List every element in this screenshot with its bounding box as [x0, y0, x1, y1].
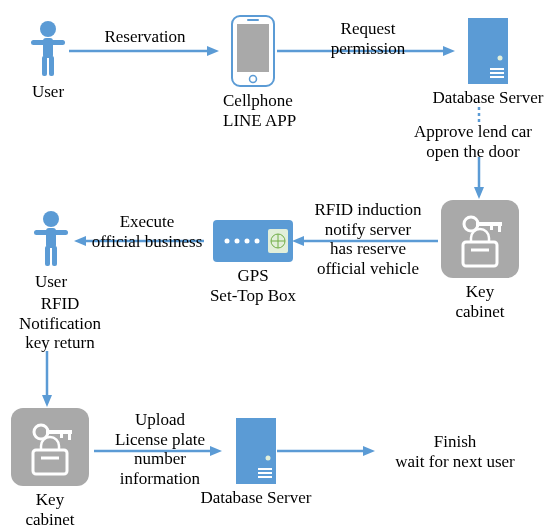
svg-rect-51 — [60, 430, 63, 438]
finish-label: Finish wait for next user — [375, 432, 535, 471]
arrow-rfid-return-label: RFID Notification key return — [5, 294, 115, 353]
svg-point-34 — [255, 239, 260, 244]
svg-rect-45 — [52, 246, 57, 266]
svg-rect-9 — [468, 18, 508, 84]
svg-rect-57 — [236, 418, 276, 484]
svg-marker-47 — [42, 395, 52, 407]
svg-rect-2 — [31, 40, 65, 45]
svg-rect-59 — [258, 468, 272, 470]
server-label-2: Database Server — [196, 488, 316, 508]
arrow-upload-label: Upload License plate number information — [105, 410, 215, 488]
user-icon-2: User — [25, 210, 77, 292]
user-icon-1: User — [22, 20, 74, 102]
svg-marker-63 — [363, 446, 375, 456]
svg-rect-43 — [34, 230, 68, 235]
svg-point-10 — [498, 56, 503, 61]
svg-rect-24 — [490, 222, 493, 230]
svg-marker-15 — [207, 46, 219, 56]
svg-rect-12 — [490, 72, 504, 74]
svg-marker-20 — [474, 187, 484, 199]
key-cabinet-label-2: Key cabinet — [10, 490, 90, 527]
arrow-execute-label: Execute official business — [82, 212, 212, 251]
svg-rect-25 — [498, 222, 501, 232]
svg-point-32 — [235, 239, 240, 244]
server-icon-1: Database Server — [458, 18, 518, 108]
key-cabinet-icon-2: Key cabinet — [10, 408, 90, 527]
arrow-rfid-return — [40, 351, 54, 407]
arrow-approve-label: Approve lend car open the door — [398, 122, 548, 161]
svg-point-31 — [225, 239, 230, 244]
svg-point-0 — [40, 21, 56, 37]
user-label-1: User — [22, 82, 74, 102]
server-label-1: Database Server — [428, 88, 548, 108]
svg-rect-6 — [237, 24, 269, 72]
cellphone-label: Cellphone LINE APP — [223, 91, 283, 130]
arrow-rfid-induction-label: RFID induction notify server has reserve… — [303, 200, 433, 278]
svg-rect-13 — [490, 76, 504, 78]
svg-rect-61 — [258, 476, 272, 478]
svg-point-41 — [43, 211, 59, 227]
gps-label: GPS Set-Top Box — [205, 266, 301, 305]
svg-rect-3 — [42, 56, 47, 76]
svg-rect-4 — [49, 56, 54, 76]
svg-rect-8 — [247, 19, 259, 21]
key-cabinet-icon-1: Key cabinet — [440, 200, 520, 321]
svg-rect-52 — [68, 430, 71, 440]
server-icon-2: Database Server — [226, 418, 286, 508]
svg-rect-44 — [45, 246, 50, 266]
svg-point-58 — [266, 456, 271, 461]
svg-marker-17 — [443, 46, 455, 56]
svg-rect-11 — [490, 68, 504, 70]
arrow-request-label: Request permission — [318, 19, 418, 58]
arrow-finish — [275, 444, 375, 458]
user-label-2: User — [25, 272, 77, 292]
cellphone-icon: Cellphone LINE APP — [223, 15, 283, 130]
arrow-reservation-label: Reservation — [95, 27, 195, 47]
gps-icon: GPS Set-Top Box — [205, 220, 301, 305]
key-cabinet-label-1: Key cabinet — [440, 282, 520, 321]
svg-point-33 — [245, 239, 250, 244]
svg-rect-60 — [258, 472, 272, 474]
